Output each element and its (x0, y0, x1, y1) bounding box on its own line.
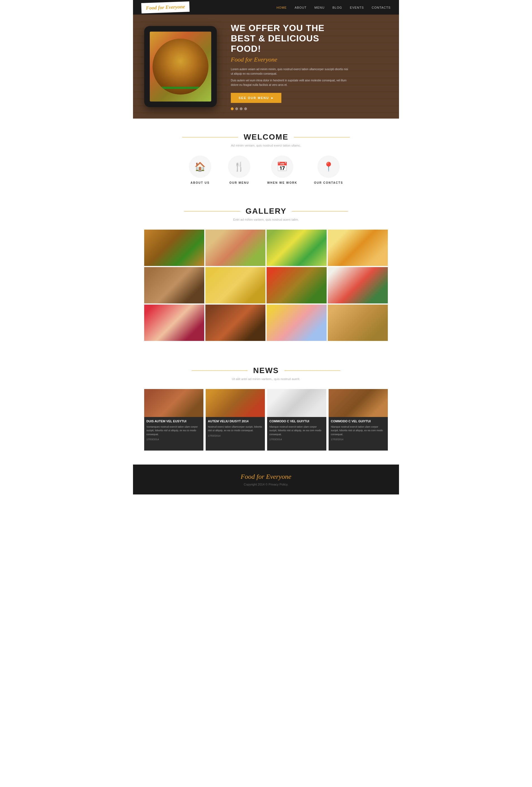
welcome-title: WELCOME (244, 132, 288, 142)
contacts-icon: 📍 (317, 155, 340, 178)
news-card-3[interactable]: COMMODO C VEL GUIYTUI Nlanque nostrud ex… (267, 389, 326, 450)
menu-icon: 🍴 (228, 155, 250, 178)
footer: Food for Everyone Copyright 2014 © Priva… (133, 465, 399, 494)
gallery-item[interactable] (328, 304, 388, 341)
gallery-item[interactable] (144, 230, 204, 266)
gallery-item[interactable] (205, 304, 265, 341)
welcome-item-about[interactable]: 🏠 ABOUT US (189, 155, 211, 184)
welcome-icons: 🏠 ABOUT US 🍴 OUR MENU 📅 WHEN WE WORK 📍 O… (144, 155, 388, 184)
news-subtitle: Ut aliit antri ad minim varitem., quis n… (144, 377, 388, 381)
gallery-item[interactable] (328, 230, 388, 266)
welcome-title-wrap: WELCOME (144, 132, 388, 142)
news-section: NEWS Ut aliit antri ad minim varitem., q… (133, 355, 399, 465)
news-line-right (284, 370, 340, 371)
hero-section: WE OFFER YOU THE BEST & DELICIOUS FOOD! … (133, 15, 399, 119)
gallery-subtitle: Entri ad mihim varitem, quis nostrud aue… (144, 218, 388, 221)
news-date-3: 17/03/2014 (269, 438, 324, 441)
hours-label: WHEN WE WORK (267, 181, 297, 184)
news-card-4[interactable]: COMMODO C VEL GUIYTUI Nlanque nostrud ex… (329, 389, 388, 450)
news-date-4: 17/03/2014 (331, 438, 385, 441)
gallery-section: GALLERY Entri ad mihim varitem, quis nos… (133, 195, 399, 355)
news-title-wrap: NEWS (144, 366, 388, 375)
nav-item-home[interactable]: HOME (276, 6, 287, 9)
gallery-item[interactable] (267, 267, 327, 303)
nav-item-blog[interactable]: BLOG (332, 6, 342, 9)
news-line-left (192, 370, 248, 371)
welcome-item-menu[interactable]: 🍴 OUR MENU (228, 155, 250, 184)
menu-label: OUR MENU (229, 181, 249, 184)
welcome-section: WELCOME Ad minim veniam, quis nostrud ex… (133, 119, 399, 195)
welcome-item-contacts[interactable]: 📍 OUR CONTACTS (314, 155, 343, 184)
nav-logo[interactable]: Food for Everyone (141, 1, 190, 14)
contacts-label: OUR CONTACTS (314, 181, 343, 184)
nav-item-menu[interactable]: MENU (314, 6, 325, 9)
see-menu-button[interactable]: SEE OUR MENU (231, 93, 281, 103)
gallery-item[interactable] (267, 304, 327, 341)
hero-dot-4[interactable] (244, 107, 247, 110)
nav-item-about[interactable]: ABOUT (294, 6, 307, 9)
gallery-item[interactable] (144, 304, 204, 341)
news-card-1[interactable]: DUIS AUTEM VEL EUSYTUI Vuntanques nostru… (144, 389, 203, 450)
hours-icon: 📅 (271, 155, 293, 178)
hero-tablet-screen (150, 31, 211, 102)
news-content-2: AUTEM VELIU DIUSYT 2014 Nostrud exerci t… (206, 417, 265, 450)
gallery-item[interactable] (205, 267, 265, 303)
news-text-4: Nlanque nostrud exercit tation ulam corp… (331, 425, 385, 437)
news-content-4: COMMODO C VEL GUIYTUI Nlanque nostrud ex… (329, 417, 388, 450)
welcome-item-hours[interactable]: 📅 WHEN WE WORK (267, 155, 297, 184)
gallery-title-wrap: GALLERY (144, 207, 388, 216)
news-title-2: AUTEM VELIU DIUSYT 2014 (208, 419, 263, 423)
hero-tablet (144, 26, 217, 107)
news-grid: DUIS AUTEM VEL EUSYTUI Vuntanques nostru… (144, 389, 388, 450)
news-title: NEWS (253, 366, 279, 375)
gallery-item[interactable] (205, 230, 265, 266)
about-icon: 🏠 (189, 155, 211, 178)
news-text-2: Nostrud exerci tation ullamcorper sucipi… (208, 425, 263, 433)
news-text-1: Vuntanques nostrud exercit tation ulam c… (147, 425, 201, 437)
news-title-1: DUIS AUTEM VEL EUSYTUI (147, 419, 201, 423)
hero-dot-3[interactable] (240, 107, 243, 110)
gallery-item[interactable] (328, 267, 388, 303)
nav-item-contacts[interactable]: CONTACTS (372, 6, 391, 9)
hero-dots (231, 107, 348, 110)
hero-brand: Food for Everyone (231, 56, 348, 63)
gallery-item[interactable] (144, 267, 204, 303)
news-date-2: 17/03/2014 (208, 434, 263, 437)
news-content-1: DUIS AUTEM VEL EUSYTUI Vuntanques nostru… (144, 417, 203, 450)
welcome-line-left (182, 137, 238, 137)
gallery-grid (144, 230, 388, 341)
footer-copyright: Copyright 2014 © Privacy Policy. (144, 483, 388, 486)
gallery-title: GALLERY (246, 207, 287, 216)
welcome-line-right (294, 137, 350, 137)
about-label: ABOUT US (191, 181, 209, 184)
news-title-4: COMMODO C VEL GUIYTUI (331, 419, 385, 423)
gallery-item[interactable] (267, 230, 327, 266)
news-text-3: Nlanque nostrud exercit tation ulam corp… (269, 425, 324, 437)
hero-desc2: Duis autem vel eum irkna dolor in hendre… (231, 78, 348, 87)
nav-links: HOME ABOUT MENU BLOG EVENTS CONTACTS (276, 5, 391, 10)
navbar: Food for Everyone HOME ABOUT MENU BLOG E… (133, 0, 399, 15)
news-card-2[interactable]: AUTEM VELIU DIUSYT 2014 Nostrud exerci t… (206, 389, 265, 450)
hero-burger-image (153, 39, 208, 94)
hero-dot-1[interactable] (231, 107, 234, 110)
hero-desc1: Lorem autem veiam ad minim minim, quis n… (231, 67, 348, 76)
news-content-3: COMMODO C VEL GUIYTUI Nlanque nostrud ex… (267, 417, 326, 450)
nav-item-events[interactable]: EVENTS (350, 6, 364, 9)
news-title-3: COMMODO C VEL GUIYTUI (269, 419, 324, 423)
hero-title: WE OFFER YOU THE BEST & DELICIOUS FOOD! (231, 23, 348, 54)
news-date-1: 17/03/2014 (147, 438, 201, 441)
welcome-subtitle: Ad minim veniam, quis nostrud exerci tat… (144, 144, 388, 147)
footer-brand: Food for Everyone (144, 473, 388, 481)
hero-content: WE OFFER YOU THE BEST & DELICIOUS FOOD! … (231, 23, 348, 110)
hero-dot-2[interactable] (235, 107, 238, 110)
